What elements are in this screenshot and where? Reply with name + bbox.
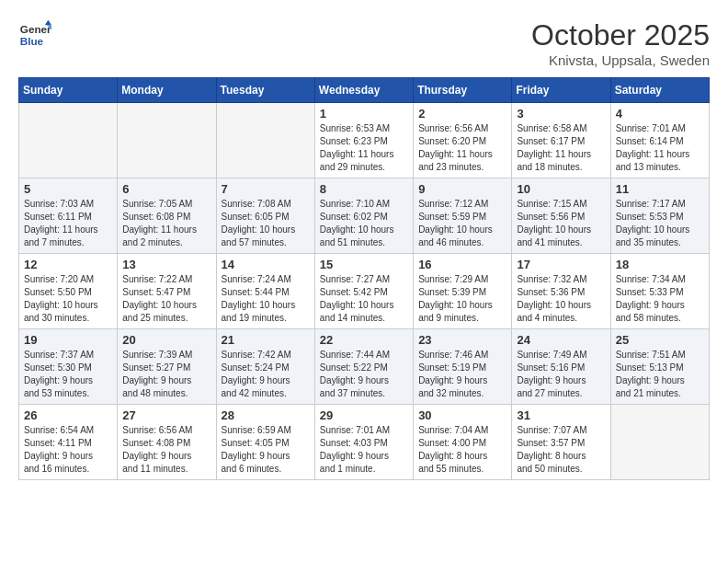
day-info: Sunrise: 6:53 AM Sunset: 6:23 PM Dayligh… [320,122,408,174]
day-info: Sunrise: 6:54 AM Sunset: 4:11 PM Dayligh… [24,424,112,476]
day-number: 12 [24,258,112,271]
calendar-day-cell [19,103,118,178]
day-number: 11 [616,182,704,196]
day-number: 25 [616,333,704,347]
calendar-day-cell: 18Sunrise: 7:34 AM Sunset: 5:33 PM Dayli… [610,254,709,329]
day-number: 23 [418,333,506,347]
day-number: 20 [122,333,210,347]
day-number: 8 [320,182,408,196]
day-info: Sunrise: 6:56 AM Sunset: 6:20 PM Dayligh… [418,122,506,174]
weekday-header-row: SundayMondayTuesdayWednesdayThursdayFrid… [19,78,710,103]
svg-text:Blue: Blue [20,35,44,47]
day-info: Sunrise: 7:42 AM Sunset: 5:24 PM Dayligh… [222,349,310,400]
day-number: 14 [222,258,310,271]
calendar-day-cell: 21Sunrise: 7:42 AM Sunset: 5:24 PM Dayli… [216,329,314,405]
day-number: 1 [320,107,408,121]
day-info: Sunrise: 7:01 AM Sunset: 4:03 PM Dayligh… [320,424,408,476]
day-number: 10 [517,182,605,196]
day-info: Sunrise: 7:44 AM Sunset: 5:22 PM Dayligh… [320,349,408,400]
calendar-day-cell: 6Sunrise: 7:05 AM Sunset: 6:08 PM Daylig… [118,178,216,254]
day-info: Sunrise: 7:46 AM Sunset: 5:19 PM Dayligh… [418,349,506,400]
day-number: 30 [418,408,506,422]
day-info: Sunrise: 7:27 AM Sunset: 5:42 PM Dayligh… [320,273,408,325]
calendar-day-cell: 3Sunrise: 6:58 AM Sunset: 6:17 PM Daylig… [512,103,610,178]
calendar-day-cell: 10Sunrise: 7:15 AM Sunset: 5:56 PM Dayli… [512,178,610,254]
day-info: Sunrise: 7:20 AM Sunset: 5:50 PM Dayligh… [24,273,112,325]
calendar-week-row: 1Sunrise: 6:53 AM Sunset: 6:23 PM Daylig… [19,103,710,178]
weekday-header: Monday [118,78,216,103]
calendar-day-cell: 1Sunrise: 6:53 AM Sunset: 6:23 PM Daylig… [314,103,413,178]
calendar-day-cell: 8Sunrise: 7:10 AM Sunset: 6:02 PM Daylig… [314,178,413,254]
calendar-day-cell: 9Sunrise: 7:12 AM Sunset: 5:59 PM Daylig… [414,178,512,254]
day-info: Sunrise: 7:03 AM Sunset: 6:11 PM Dayligh… [24,198,112,249]
calendar-day-cell: 2Sunrise: 6:56 AM Sunset: 6:20 PM Daylig… [414,103,512,178]
day-info: Sunrise: 7:22 AM Sunset: 5:47 PM Dayligh… [122,273,210,325]
logo: General Blue [18,18,51,52]
calendar-day-cell: 14Sunrise: 7:24 AM Sunset: 5:44 PM Dayli… [216,254,314,329]
weekday-header: Wednesday [314,78,413,103]
day-number: 15 [320,258,408,271]
calendar: SundayMondayTuesdayWednesdayThursdayFrid… [18,77,710,480]
day-info: Sunrise: 7:24 AM Sunset: 5:44 PM Dayligh… [222,273,310,325]
calendar-day-cell [610,405,709,480]
calendar-day-cell: 24Sunrise: 7:49 AM Sunset: 5:16 PM Dayli… [512,329,610,405]
day-info: Sunrise: 7:15 AM Sunset: 5:56 PM Dayligh… [517,198,605,249]
calendar-day-cell: 19Sunrise: 7:37 AM Sunset: 5:30 PM Dayli… [19,329,118,405]
day-info: Sunrise: 7:34 AM Sunset: 5:33 PM Dayligh… [616,273,704,325]
day-info: Sunrise: 6:59 AM Sunset: 4:05 PM Dayligh… [222,424,310,476]
day-number: 6 [122,182,210,196]
day-info: Sunrise: 7:29 AM Sunset: 5:39 PM Dayligh… [418,273,506,325]
weekday-header: Saturday [610,78,709,103]
calendar-day-cell: 17Sunrise: 7:32 AM Sunset: 5:36 PM Dayli… [512,254,610,329]
day-number: 5 [24,182,112,196]
calendar-day-cell: 20Sunrise: 7:39 AM Sunset: 5:27 PM Dayli… [118,329,216,405]
calendar-day-cell: 30Sunrise: 7:04 AM Sunset: 4:00 PM Dayli… [414,405,512,480]
day-number: 2 [418,107,506,121]
day-info: Sunrise: 7:49 AM Sunset: 5:16 PM Dayligh… [517,349,605,400]
calendar-day-cell: 28Sunrise: 6:59 AM Sunset: 4:05 PM Dayli… [216,405,314,480]
page-header: General Blue October 2025 Knivsta, Uppsa… [18,18,710,68]
weekday-header: Tuesday [216,78,314,103]
day-number: 18 [616,258,704,271]
calendar-week-row: 19Sunrise: 7:37 AM Sunset: 5:30 PM Dayli… [19,329,710,405]
day-number: 3 [517,107,605,121]
day-info: Sunrise: 6:58 AM Sunset: 6:17 PM Dayligh… [517,122,605,174]
day-number: 9 [418,182,506,196]
calendar-day-cell: 26Sunrise: 6:54 AM Sunset: 4:11 PM Dayli… [19,405,118,480]
day-number: 31 [517,408,605,422]
weekday-header: Thursday [414,78,512,103]
day-number: 21 [222,333,310,347]
day-number: 22 [320,333,408,347]
day-info: Sunrise: 7:51 AM Sunset: 5:13 PM Dayligh… [616,349,704,400]
day-info: Sunrise: 6:56 AM Sunset: 4:08 PM Dayligh… [122,424,210,476]
day-number: 7 [222,182,310,196]
calendar-week-row: 26Sunrise: 6:54 AM Sunset: 4:11 PM Dayli… [19,405,710,480]
calendar-day-cell: 15Sunrise: 7:27 AM Sunset: 5:42 PM Dayli… [314,254,413,329]
calendar-day-cell: 16Sunrise: 7:29 AM Sunset: 5:39 PM Dayli… [414,254,512,329]
day-number: 29 [320,408,408,422]
location: Knivsta, Uppsala, Sweden [531,52,710,68]
calendar-week-row: 12Sunrise: 7:20 AM Sunset: 5:50 PM Dayli… [19,254,710,329]
day-info: Sunrise: 7:04 AM Sunset: 4:00 PM Dayligh… [418,424,506,476]
calendar-day-cell: 27Sunrise: 6:56 AM Sunset: 4:08 PM Dayli… [118,405,216,480]
calendar-week-row: 5Sunrise: 7:03 AM Sunset: 6:11 PM Daylig… [19,178,710,254]
calendar-day-cell: 31Sunrise: 7:07 AM Sunset: 3:57 PM Dayli… [512,405,610,480]
day-number: 27 [122,408,210,422]
day-number: 16 [418,258,506,271]
day-number: 17 [517,258,605,271]
weekday-header: Sunday [19,78,118,103]
calendar-day-cell: 22Sunrise: 7:44 AM Sunset: 5:22 PM Dayli… [314,329,413,405]
calendar-day-cell: 5Sunrise: 7:03 AM Sunset: 6:11 PM Daylig… [19,178,118,254]
day-number: 19 [24,333,112,347]
calendar-day-cell [216,103,314,178]
day-info: Sunrise: 7:32 AM Sunset: 5:36 PM Dayligh… [517,273,605,325]
calendar-day-cell: 29Sunrise: 7:01 AM Sunset: 4:03 PM Dayli… [314,405,413,480]
calendar-day-cell: 13Sunrise: 7:22 AM Sunset: 5:47 PM Dayli… [118,254,216,329]
day-info: Sunrise: 7:08 AM Sunset: 6:05 PM Dayligh… [222,198,310,249]
calendar-day-cell: 23Sunrise: 7:46 AM Sunset: 5:19 PM Dayli… [414,329,512,405]
weekday-header: Friday [512,78,610,103]
calendar-day-cell [118,103,216,178]
day-info: Sunrise: 7:01 AM Sunset: 6:14 PM Dayligh… [616,122,704,174]
logo-icon: General Blue [18,18,51,52]
day-info: Sunrise: 7:37 AM Sunset: 5:30 PM Dayligh… [24,349,112,400]
